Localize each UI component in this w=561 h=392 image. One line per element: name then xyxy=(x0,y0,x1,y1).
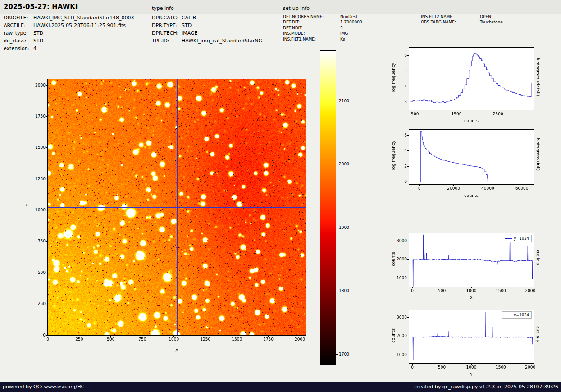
meta-row: raw_type:STD xyxy=(4,29,134,37)
x-tick-mark xyxy=(442,287,442,288)
y-tick-label: 500 xyxy=(26,270,46,275)
y-axis-label: log frequency xyxy=(391,141,396,170)
x-tick-mark xyxy=(419,184,420,186)
meta-value: HAWKI.2025-05-28T06:11:25.901.fits xyxy=(33,23,126,28)
qc-report-page: 2025-05-27: HAWKI type info set-up info … xyxy=(0,0,561,392)
setup-info-heading: set-up info xyxy=(283,5,310,11)
y-tick-label: 0 xyxy=(387,179,407,184)
colorbar-tick-mark xyxy=(336,228,338,228)
colorbar-tick-label: 1700 xyxy=(339,352,357,357)
raw-image-canvas xyxy=(48,79,306,335)
colorbar-tick-mark xyxy=(336,101,338,101)
x-axis-label: counts xyxy=(409,193,534,198)
x-tick-mark xyxy=(300,335,300,337)
y-tick-label: 1750 xyxy=(26,114,46,119)
colorbar-tick-mark xyxy=(336,354,338,355)
setup-info-block-2: INS.FILT2.NAME:OPEN OBS.TARG.NAME:Touchs… xyxy=(421,14,503,25)
meta-value: Ks xyxy=(340,37,345,41)
y-axis-label: log frequency xyxy=(391,63,396,92)
x-tick-label: 1500 xyxy=(490,288,511,293)
y-tick-label: 4 xyxy=(387,148,407,153)
meta-row: INS.FILT1.NAME:Ks xyxy=(283,36,362,42)
y-tick-mark xyxy=(46,179,48,179)
page-title: 2025-05-27: HAWKI xyxy=(4,3,78,11)
x-tick-label: 1000 xyxy=(163,337,185,342)
y-tick-label: 1000 xyxy=(387,276,407,281)
meta-value: STD xyxy=(33,30,43,36)
x-tick-label: 2500 xyxy=(487,112,509,117)
y-tick-mark xyxy=(407,87,409,87)
setup-info-block: DET.NCORRS.NAME:NonDest DET.DIT:1.700000… xyxy=(283,14,362,42)
meta-row: DET.NCORRS.NAME:NonDest xyxy=(283,14,362,19)
meta-row: DPR.TECH:IMAGE xyxy=(152,29,262,37)
file-info-block: ORIGFILE:HAWKI_IMG_STD_StandardStar148_0… xyxy=(4,14,134,52)
y-tick-label: 1000 xyxy=(387,352,407,357)
x-axis-label: Y xyxy=(409,372,534,377)
header-strip xyxy=(0,0,561,14)
meta-row: DET.DIT:1.7000000 xyxy=(283,19,362,25)
plot-right-label: histogram (full) xyxy=(536,138,541,171)
meta-row: DPR.TYPE:STD xyxy=(152,22,262,29)
meta-label: extension: xyxy=(4,45,33,52)
colorbar-tick-label: 1900 xyxy=(339,225,357,230)
y-tick-label: 2000 xyxy=(387,257,407,262)
x-axis-label: counts xyxy=(409,118,534,123)
x-tick-mark xyxy=(530,363,530,365)
y-tick-mark xyxy=(46,335,48,336)
meta-label: DPR.TYPE: xyxy=(152,22,182,29)
meta-row: DPR.CATG:CALIB xyxy=(152,14,262,22)
x-tick-label: 500 xyxy=(431,288,453,293)
raw-image-plot: 0250500750100012501500175020000250500750… xyxy=(47,79,306,336)
meta-label: TPL.ID: xyxy=(152,37,182,45)
y-axis-label: Y xyxy=(25,204,30,206)
meta-label: raw_type: xyxy=(4,29,33,37)
y-tick-mark xyxy=(407,355,409,355)
meta-value: 5 xyxy=(340,26,343,30)
meta-value: 1.7000000 xyxy=(340,20,362,24)
colorbar-tick-label: 2000 xyxy=(339,162,357,167)
type-info-heading: type info xyxy=(152,5,174,11)
y-tick-label: 3000 xyxy=(387,315,407,320)
y-tick-mark xyxy=(46,273,48,273)
y-tick-label: 3 xyxy=(387,100,407,105)
footer-left-text: powered by QC: www.eso.org/HC xyxy=(3,382,84,392)
x-tick-mark xyxy=(456,110,456,111)
y-tick-mark xyxy=(407,135,409,136)
footer-right-text: created by qc_rawdisp.py v1.2.3 on 2025-… xyxy=(414,382,558,392)
x-tick-label: 0 xyxy=(401,365,423,370)
meta-label: ORIGFILE: xyxy=(4,14,33,22)
x-tick-mark xyxy=(488,184,488,186)
y-axis-label: counts xyxy=(391,328,396,343)
x-tick-label: 40000 xyxy=(477,186,498,191)
plot-right-label: cut in x xyxy=(536,250,541,265)
meta-label: INS.MODE: xyxy=(283,31,340,36)
histogram-detail-plot: 500150025003456 xyxy=(409,47,534,110)
colorbar-tick-mark xyxy=(336,164,338,164)
type-info-block: DPR.CATG:CALIB DPR.TYPE:STD DPR.TECH:IMA… xyxy=(152,14,262,45)
cut-in-x-plot: y=1024 0500100015002000100020003000 xyxy=(409,233,534,287)
y-tick-mark xyxy=(407,102,409,102)
y-tick-mark xyxy=(46,147,48,148)
meta-label: DET.NDIT: xyxy=(283,25,340,31)
y-tick-label: 750 xyxy=(26,239,46,244)
x-tick-mark xyxy=(471,363,472,365)
legend-line-sample xyxy=(505,315,512,315)
x-tick-label: 0 xyxy=(37,337,59,342)
y-tick-label: 1500 xyxy=(26,145,46,150)
colorbar-tick-mark xyxy=(336,291,338,291)
meta-label: DET.DIT: xyxy=(283,19,340,25)
meta-value: IMG xyxy=(340,31,348,36)
meta-row: DET.NDIT:5 xyxy=(283,25,362,31)
legend: x=1024 xyxy=(502,311,532,319)
y-tick-mark xyxy=(46,116,48,117)
x-tick-mark xyxy=(110,335,111,337)
footer: powered by QC: www.eso.org/HC created by… xyxy=(0,382,561,392)
meta-row: extension:4 xyxy=(4,45,134,52)
plot-right-label: histogram (detail) xyxy=(536,58,541,96)
y-tick-mark xyxy=(407,241,409,241)
meta-row: TPL.ID:HAWKI_img_cal_StandardStarNG xyxy=(152,37,262,45)
y-tick-mark xyxy=(407,259,409,260)
x-tick-label: 1000 xyxy=(461,365,482,370)
cut-in-y-plot: x=1024 0500100015002000100020003000 xyxy=(409,310,534,364)
meta-row: OBS.TARG.NAME:Touchstone xyxy=(421,19,503,25)
